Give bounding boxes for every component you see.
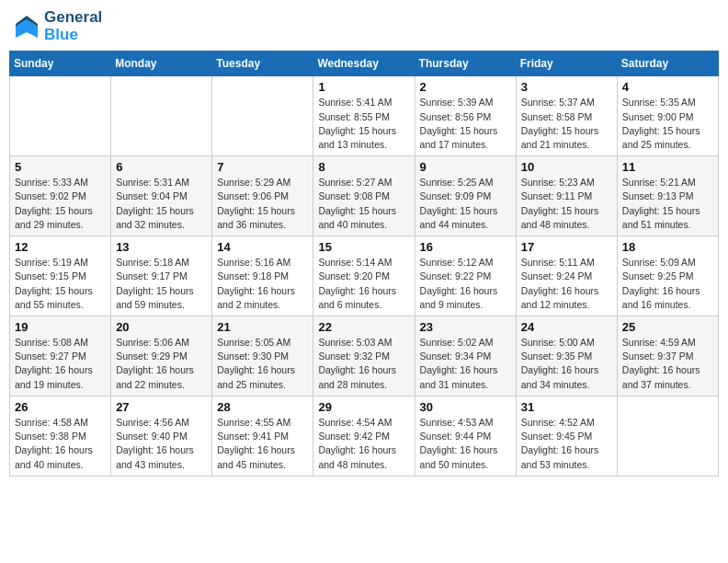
- calendar-cell: 11Sunrise: 5:21 AM Sunset: 9:13 PM Dayli…: [617, 156, 718, 236]
- calendar-cell: [212, 76, 313, 156]
- day-number: 12: [15, 240, 106, 254]
- calendar-cell: 24Sunrise: 5:00 AM Sunset: 9:35 PM Dayli…: [516, 316, 617, 396]
- calendar-cell: 2Sunrise: 5:39 AM Sunset: 8:56 PM Daylig…: [415, 76, 516, 156]
- day-info: Sunrise: 4:59 AM Sunset: 9:37 PM Dayligh…: [622, 336, 713, 392]
- day-info: Sunrise: 5:33 AM Sunset: 9:02 PM Dayligh…: [15, 176, 106, 232]
- calendar-cell: 29Sunrise: 4:54 AM Sunset: 9:42 PM Dayli…: [313, 396, 415, 476]
- calendar-week-row: 26Sunrise: 4:58 AM Sunset: 9:38 PM Dayli…: [10, 396, 719, 476]
- calendar-cell: 25Sunrise: 4:59 AM Sunset: 9:37 PM Dayli…: [617, 316, 718, 396]
- day-number: 15: [318, 240, 409, 254]
- day-number: 26: [15, 400, 106, 414]
- day-info: Sunrise: 5:12 AM Sunset: 9:22 PM Dayligh…: [420, 256, 511, 312]
- day-number: 20: [116, 320, 207, 334]
- calendar-cell: 16Sunrise: 5:12 AM Sunset: 9:22 PM Dayli…: [415, 236, 516, 316]
- day-number: 4: [622, 80, 713, 94]
- day-info: Sunrise: 4:52 AM Sunset: 9:45 PM Dayligh…: [521, 416, 612, 472]
- day-number: 30: [420, 400, 511, 414]
- day-number: 16: [420, 240, 511, 254]
- calendar-cell: 3Sunrise: 5:37 AM Sunset: 8:58 PM Daylig…: [516, 76, 617, 156]
- day-info: Sunrise: 5:39 AM Sunset: 8:56 PM Dayligh…: [420, 96, 511, 152]
- day-info: Sunrise: 5:23 AM Sunset: 9:11 PM Dayligh…: [521, 176, 612, 232]
- day-info: Sunrise: 5:25 AM Sunset: 9:09 PM Dayligh…: [420, 176, 511, 232]
- day-number: 8: [318, 160, 409, 174]
- day-info: Sunrise: 5:08 AM Sunset: 9:27 PM Dayligh…: [15, 336, 106, 392]
- day-info: Sunrise: 4:56 AM Sunset: 9:40 PM Dayligh…: [116, 416, 207, 472]
- calendar-cell: 28Sunrise: 4:55 AM Sunset: 9:41 PM Dayli…: [212, 396, 313, 476]
- calendar: SundayMondayTuesdayWednesdayThursdayFrid…: [9, 51, 719, 476]
- day-info: Sunrise: 5:19 AM Sunset: 9:15 PM Dayligh…: [15, 256, 106, 312]
- day-info: Sunrise: 5:18 AM Sunset: 9:17 PM Dayligh…: [116, 256, 207, 312]
- day-info: Sunrise: 5:41 AM Sunset: 8:55 PM Dayligh…: [318, 96, 409, 152]
- day-info: Sunrise: 5:31 AM Sunset: 9:04 PM Dayligh…: [116, 176, 207, 232]
- day-info: Sunrise: 4:58 AM Sunset: 9:38 PM Dayligh…: [15, 416, 106, 472]
- column-header-tuesday: Tuesday: [212, 52, 313, 76]
- day-info: Sunrise: 4:54 AM Sunset: 9:42 PM Dayligh…: [318, 416, 409, 472]
- calendar-cell: 5Sunrise: 5:33 AM Sunset: 9:02 PM Daylig…: [10, 156, 111, 236]
- day-info: Sunrise: 4:53 AM Sunset: 9:44 PM Dayligh…: [420, 416, 511, 472]
- day-number: 3: [521, 80, 612, 94]
- calendar-week-row: 1Sunrise: 5:41 AM Sunset: 8:55 PM Daylig…: [10, 76, 719, 156]
- logo: General Blue: [13, 9, 102, 43]
- day-number: 5: [15, 160, 106, 174]
- calendar-cell: 22Sunrise: 5:03 AM Sunset: 9:32 PM Dayli…: [313, 316, 415, 396]
- day-number: 10: [521, 160, 612, 174]
- day-number: 22: [318, 320, 409, 334]
- column-header-saturday: Saturday: [617, 52, 718, 76]
- calendar-header-row: SundayMondayTuesdayWednesdayThursdayFrid…: [10, 52, 719, 76]
- day-info: Sunrise: 5:06 AM Sunset: 9:29 PM Dayligh…: [116, 336, 207, 392]
- calendar-cell: 18Sunrise: 5:09 AM Sunset: 9:25 PM Dayli…: [617, 236, 718, 316]
- day-info: Sunrise: 5:00 AM Sunset: 9:35 PM Dayligh…: [521, 336, 612, 392]
- day-number: 19: [15, 320, 106, 334]
- calendar-cell: 7Sunrise: 5:29 AM Sunset: 9:06 PM Daylig…: [212, 156, 313, 236]
- day-info: Sunrise: 5:03 AM Sunset: 9:32 PM Dayligh…: [318, 336, 409, 392]
- day-number: 18: [622, 240, 713, 254]
- calendar-cell: 23Sunrise: 5:02 AM Sunset: 9:34 PM Dayli…: [415, 316, 516, 396]
- day-info: Sunrise: 5:16 AM Sunset: 9:18 PM Dayligh…: [217, 256, 308, 312]
- calendar-cell: 30Sunrise: 4:53 AM Sunset: 9:44 PM Dayli…: [415, 396, 516, 476]
- calendar-cell: 26Sunrise: 4:58 AM Sunset: 9:38 PM Dayli…: [10, 396, 111, 476]
- column-header-monday: Monday: [111, 52, 212, 76]
- day-number: 29: [318, 400, 409, 414]
- day-number: 7: [217, 160, 308, 174]
- day-info: Sunrise: 5:27 AM Sunset: 9:08 PM Dayligh…: [318, 176, 409, 232]
- day-info: Sunrise: 5:05 AM Sunset: 9:30 PM Dayligh…: [217, 336, 308, 392]
- day-number: 25: [622, 320, 713, 334]
- column-header-thursday: Thursday: [415, 52, 516, 76]
- calendar-cell: [10, 76, 111, 156]
- day-number: 21: [217, 320, 308, 334]
- calendar-cell: 27Sunrise: 4:56 AM Sunset: 9:40 PM Dayli…: [111, 396, 212, 476]
- calendar-week-row: 19Sunrise: 5:08 AM Sunset: 9:27 PM Dayli…: [10, 316, 719, 396]
- calendar-cell: 8Sunrise: 5:27 AM Sunset: 9:08 PM Daylig…: [313, 156, 415, 236]
- calendar-cell: [617, 396, 718, 476]
- calendar-cell: 20Sunrise: 5:06 AM Sunset: 9:29 PM Dayli…: [111, 316, 212, 396]
- day-number: 28: [217, 400, 308, 414]
- calendar-cell: 14Sunrise: 5:16 AM Sunset: 9:18 PM Dayli…: [212, 236, 313, 316]
- day-number: 17: [521, 240, 612, 254]
- day-number: 31: [521, 400, 612, 414]
- calendar-week-row: 5Sunrise: 5:33 AM Sunset: 9:02 PM Daylig…: [10, 156, 719, 236]
- calendar-cell: 21Sunrise: 5:05 AM Sunset: 9:30 PM Dayli…: [212, 316, 313, 396]
- day-number: 24: [521, 320, 612, 334]
- day-number: 27: [116, 400, 207, 414]
- calendar-cell: 13Sunrise: 5:18 AM Sunset: 9:17 PM Dayli…: [111, 236, 212, 316]
- day-number: 1: [318, 80, 409, 94]
- day-number: 2: [420, 80, 511, 94]
- day-info: Sunrise: 5:02 AM Sunset: 9:34 PM Dayligh…: [420, 336, 511, 392]
- calendar-cell: [111, 76, 212, 156]
- column-header-wednesday: Wednesday: [313, 52, 415, 76]
- day-number: 11: [622, 160, 713, 174]
- calendar-cell: 12Sunrise: 5:19 AM Sunset: 9:15 PM Dayli…: [10, 236, 111, 316]
- calendar-cell: 9Sunrise: 5:25 AM Sunset: 9:09 PM Daylig…: [415, 156, 516, 236]
- logo-text: General Blue: [44, 9, 102, 43]
- logo-icon: [13, 13, 40, 40]
- page-header: General Blue: [9, 9, 719, 43]
- day-info: Sunrise: 5:21 AM Sunset: 9:13 PM Dayligh…: [622, 176, 713, 232]
- calendar-cell: 17Sunrise: 5:11 AM Sunset: 9:24 PM Dayli…: [516, 236, 617, 316]
- calendar-cell: 19Sunrise: 5:08 AM Sunset: 9:27 PM Dayli…: [10, 316, 111, 396]
- column-header-friday: Friday: [516, 52, 617, 76]
- calendar-cell: 1Sunrise: 5:41 AM Sunset: 8:55 PM Daylig…: [313, 76, 415, 156]
- day-info: Sunrise: 5:09 AM Sunset: 9:25 PM Dayligh…: [622, 256, 713, 312]
- day-number: 9: [420, 160, 511, 174]
- day-info: Sunrise: 5:29 AM Sunset: 9:06 PM Dayligh…: [217, 176, 308, 232]
- calendar-cell: 6Sunrise: 5:31 AM Sunset: 9:04 PM Daylig…: [111, 156, 212, 236]
